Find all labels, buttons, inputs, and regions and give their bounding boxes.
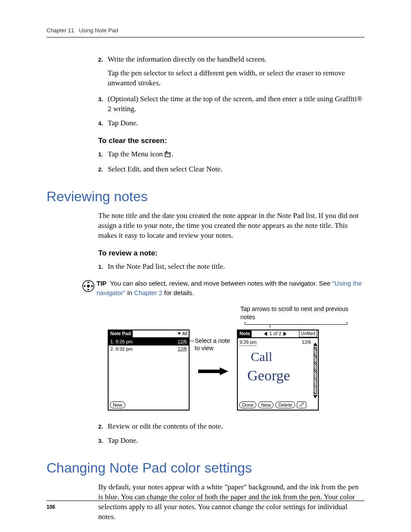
tip-navigator-icon	[82, 280, 97, 296]
page-header: Chapter 11 Using Note Pad	[47, 27, 364, 37]
step-text: Select Edit, and then select Clear Note.	[108, 165, 364, 174]
step-number: 1.	[98, 149, 108, 160]
step-3: 3. (Optional) Select the time at the top…	[98, 94, 364, 114]
review-step-3: 3. Tap Done.	[98, 436, 364, 446]
page-number: 106	[47, 504, 55, 510]
step-number: 1.	[98, 262, 108, 272]
handwriting-line-2: George	[247, 368, 290, 383]
review-step-1: 1. In the Note Pad list, select the note…	[98, 262, 364, 272]
notepad-list-screen: Note Pad All 1. 9:26 pm 12/6 2. 9:32 pm …	[108, 330, 190, 411]
screen-title: Note Pad	[109, 330, 133, 337]
clear-step-2: 2. Select Edit, and then select Clear No…	[98, 165, 364, 174]
svg-point-4	[87, 285, 90, 287]
step-text: Tap Done.	[108, 436, 364, 446]
step-number: 2.	[98, 165, 108, 174]
step-4: 4. Tap Done.	[98, 118, 364, 128]
svg-marker-7	[84, 285, 85, 287]
svg-marker-6	[87, 289, 90, 291]
chapter-label: Chapter 11	[47, 27, 74, 34]
figure-label-select: Select a note to view	[195, 337, 234, 352]
dropdown-icon	[177, 333, 181, 335]
list-item[interactable]: 2. 9:32 pm 12/6	[109, 345, 189, 353]
review-intro: The note title and the date you created …	[98, 211, 364, 241]
note-date: 12/6	[302, 339, 311, 345]
step-2-sub: Tap the pen selector to select a differe…	[108, 68, 364, 88]
done-button[interactable]: Done	[239, 401, 256, 408]
list-item[interactable]: 1. 9:26 pm 12/6	[109, 338, 189, 345]
new-button[interactable]: New	[258, 401, 274, 408]
step-number: 4.	[98, 118, 108, 128]
new-button[interactable]: New	[110, 401, 125, 408]
note-time[interactable]: 9:26 pm	[240, 339, 257, 346]
step-number: 3.	[98, 94, 108, 114]
step-text: Review or edit the contents of the note.	[108, 422, 364, 432]
section-heading-color: Changing Note Pad color settings	[47, 459, 364, 477]
figure-caption-top: Tap arrows to scroll to next and previou…	[240, 305, 364, 327]
tip-text: TIP You can also select, review, and mov…	[97, 279, 364, 298]
svg-rect-9	[198, 370, 220, 373]
screen-title: Note	[238, 330, 252, 337]
step-text: Write the information directly on the ha…	[108, 55, 364, 65]
scrollbar[interactable]	[314, 347, 317, 394]
svg-rect-2	[166, 151, 167, 152]
note-counter: 1 of 2	[269, 330, 281, 337]
page-footer: 106	[47, 501, 364, 510]
menu-icon	[165, 150, 171, 160]
step-number: 2.	[98, 55, 108, 65]
pen-tool-icon[interactable]	[297, 401, 306, 408]
arrow-right-icon	[198, 367, 228, 375]
svg-rect-0	[165, 152, 170, 157]
procedure-heading-review: To review a note:	[98, 249, 364, 258]
svg-marker-5	[87, 281, 90, 283]
chapter-title: Using Note Pad	[79, 27, 118, 34]
category-label[interactable]: Unfiled	[299, 330, 317, 337]
step-text: Tap the Menu icon .	[108, 149, 364, 160]
scroll-up-icon[interactable]	[313, 342, 318, 346]
figure-area: Tap arrows to scroll to next and previou…	[108, 305, 364, 410]
delete-button[interactable]: Delete	[275, 401, 295, 408]
prev-arrow-icon[interactable]	[264, 332, 267, 336]
procedure-heading-clear: To clear the screen:	[98, 136, 364, 146]
step-text: In the Note Pad list, select the note ti…	[108, 262, 364, 272]
scroll-down-icon[interactable]	[313, 395, 318, 398]
handwriting-line-1: Call	[251, 350, 272, 363]
svg-marker-8	[91, 285, 93, 287]
svg-marker-10	[220, 367, 228, 375]
step-2: 2. Write the information directly on the…	[98, 55, 364, 65]
link-chapter-2[interactable]: Chapter 2	[134, 289, 162, 296]
step-number: 2.	[98, 422, 108, 432]
note-detail-screen: Note 1 of 2 Unfiled 9:26 pm 12/6 Call Ge…	[237, 330, 319, 411]
step-text: (Optional) Select the time at the top of…	[108, 94, 364, 114]
step-number: 3.	[98, 436, 108, 446]
section-heading-reviewing: Reviewing notes	[47, 187, 364, 206]
review-step-2: 2. Review or edit the contents of the no…	[98, 422, 364, 432]
next-arrow-icon[interactable]	[283, 332, 286, 336]
clear-step-1: 1. Tap the Menu icon .	[98, 149, 364, 160]
step-text: Tap Done.	[108, 118, 364, 128]
tip-label: TIP	[97, 280, 106, 287]
category-selector[interactable]: All	[177, 330, 187, 337]
